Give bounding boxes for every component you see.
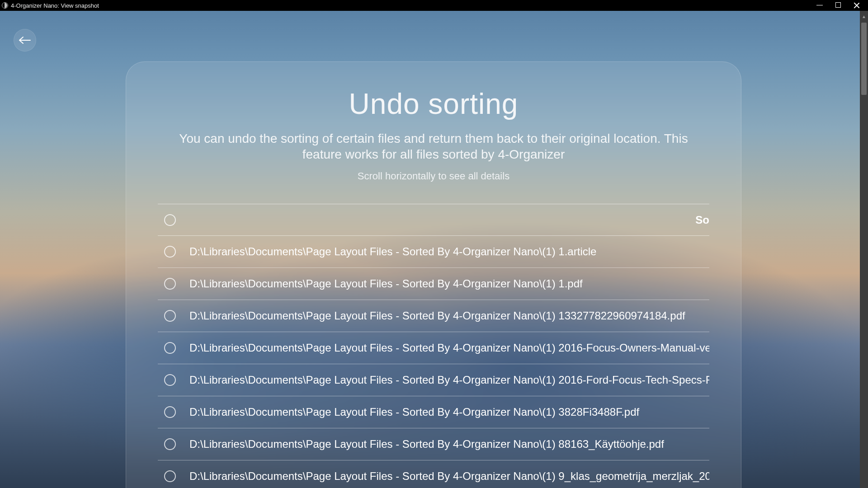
scroll-hint: Scroll horizontally to see all details	[158, 170, 709, 182]
table-row[interactable]: D:\Libraries\Documents\Page Layout Files…	[158, 300, 709, 332]
table-row[interactable]: D:\Libraries\Documents\Page Layout Files…	[158, 428, 709, 460]
minimize-button[interactable]	[816, 2, 823, 9]
app-icon	[2, 2, 8, 9]
row-radio[interactable]	[164, 438, 176, 450]
row-radio[interactable]	[164, 278, 176, 290]
row-radio[interactable]	[164, 470, 176, 482]
row-radio[interactable]	[164, 246, 176, 258]
table-row[interactable]: D:\Libraries\Documents\Page Layout Files…	[158, 460, 709, 488]
table-row[interactable]: D:\Libraries\Documents\Page Layout Files…	[158, 364, 709, 396]
table-row[interactable]: D:\Libraries\Documents\Page Layout Files…	[158, 396, 709, 428]
file-path: D:\Libraries\Documents\Page Layout Files…	[189, 438, 709, 450]
row-radio[interactable]	[164, 342, 176, 354]
window-title: 4-Organizer Nano: View snapshot	[11, 2, 99, 9]
scrollbar-thumb[interactable]	[861, 23, 867, 95]
page-title: Undo sorting	[158, 87, 709, 121]
row-radio[interactable]	[164, 374, 176, 386]
file-path: D:\Libraries\Documents\Page Layout Files…	[189, 470, 709, 483]
window-controls	[816, 2, 866, 9]
column-header-truncated: So	[695, 214, 709, 226]
vertical-scrollbar[interactable]: ▲	[860, 11, 868, 488]
back-button[interactable]	[14, 29, 36, 52]
file-path: D:\Libraries\Documents\Page Layout Files…	[189, 342, 709, 354]
undo-sorting-card: Undo sorting You can undo the sorting of…	[126, 61, 741, 488]
file-table: So D:\Libraries\Documents\Page Layout Fi…	[158, 204, 709, 488]
row-radio[interactable]	[164, 406, 176, 418]
arrow-left-icon	[19, 36, 31, 45]
file-path: D:\Libraries\Documents\Page Layout Files…	[189, 374, 709, 386]
table-row[interactable]: D:\Libraries\Documents\Page Layout Files…	[158, 332, 709, 364]
close-button[interactable]	[854, 2, 860, 9]
table-row[interactable]: D:\Libraries\Documents\Page Layout Files…	[158, 268, 709, 300]
file-path: D:\Libraries\Documents\Page Layout Files…	[189, 245, 709, 258]
viewport: Undo sorting You can undo the sorting of…	[0, 11, 868, 488]
file-path: D:\Libraries\Documents\Page Layout Files…	[189, 277, 709, 290]
file-path: D:\Libraries\Documents\Page Layout Files…	[189, 310, 709, 322]
page-subtitle: You can undo the sorting of certain file…	[167, 131, 700, 162]
select-all-radio[interactable]	[164, 214, 176, 226]
file-path: D:\Libraries\Documents\Page Layout Files…	[189, 406, 709, 418]
table-header: So	[158, 204, 709, 236]
row-radio[interactable]	[164, 310, 176, 322]
table-row[interactable]: D:\Libraries\Documents\Page Layout Files…	[158, 236, 709, 268]
scroll-up-arrow-icon[interactable]: ▲	[860, 12, 868, 21]
maximize-button[interactable]	[835, 2, 841, 8]
titlebar: 4-Organizer Nano: View snapshot	[0, 0, 868, 11]
